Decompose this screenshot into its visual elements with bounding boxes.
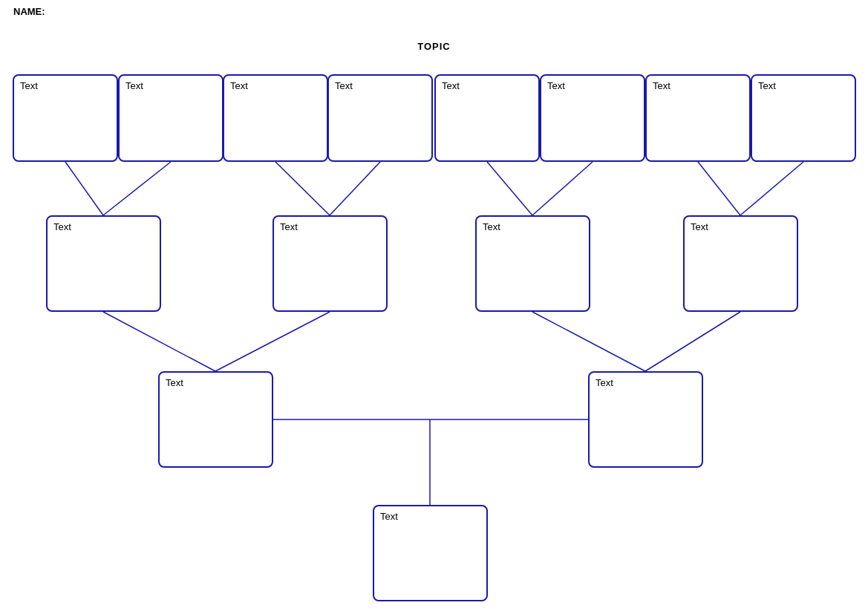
node-n8[interactable]: Text bbox=[751, 74, 856, 162]
node-n10[interactable]: Text bbox=[273, 215, 388, 312]
svg-line-0 bbox=[65, 162, 103, 215]
svg-line-10 bbox=[532, 312, 645, 371]
node-n1[interactable]: Text bbox=[13, 74, 118, 162]
node-n5[interactable]: Text bbox=[434, 74, 540, 162]
node-n11[interactable]: Text bbox=[475, 215, 590, 312]
svg-line-8 bbox=[103, 312, 215, 371]
name-label: NAME: bbox=[13, 6, 45, 17]
topic-label: TOPIC bbox=[0, 41, 868, 52]
node-n13[interactable]: Text bbox=[158, 371, 273, 468]
node-n6[interactable]: Text bbox=[540, 74, 645, 162]
node-n3[interactable]: Text bbox=[223, 74, 328, 162]
svg-line-3 bbox=[330, 162, 380, 215]
svg-line-1 bbox=[103, 162, 171, 215]
node-n12[interactable]: Text bbox=[683, 215, 798, 312]
node-n7[interactable]: Text bbox=[645, 74, 751, 162]
svg-line-4 bbox=[487, 162, 532, 215]
node-n9[interactable]: Text bbox=[46, 215, 161, 312]
node-n15[interactable]: Text bbox=[373, 505, 488, 601]
node-n2[interactable]: Text bbox=[118, 74, 223, 162]
svg-line-11 bbox=[645, 312, 740, 371]
svg-line-5 bbox=[532, 162, 593, 215]
svg-line-2 bbox=[275, 162, 330, 215]
node-n14[interactable]: Text bbox=[588, 371, 703, 468]
svg-line-9 bbox=[215, 312, 330, 371]
svg-line-7 bbox=[740, 162, 803, 215]
node-n4[interactable]: Text bbox=[327, 74, 433, 162]
svg-line-6 bbox=[698, 162, 740, 215]
